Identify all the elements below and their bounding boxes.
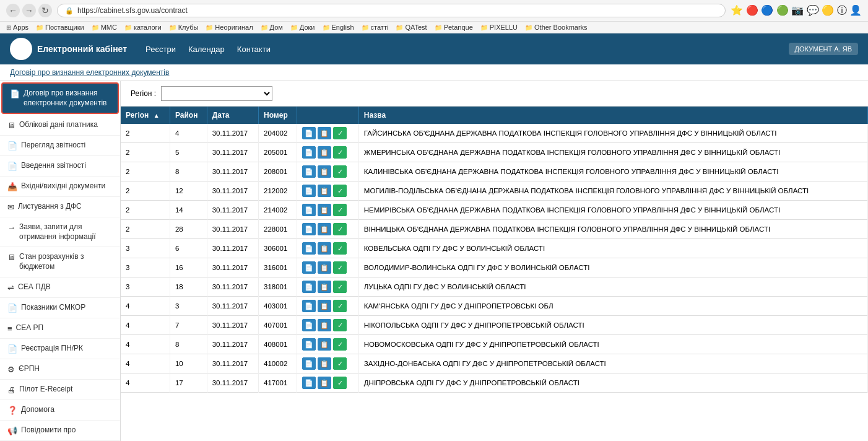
action-confirm-button[interactable]: ✓	[333, 185, 347, 197]
action-doc-button[interactable]: 📋	[318, 204, 331, 216]
action-pdf-button[interactable]: 📄	[302, 165, 316, 178]
action-pdf-button[interactable]: 📄	[302, 357, 316, 370]
app-title: Електронний кабінет	[37, 44, 127, 54]
sidebar-item-pokaznyky[interactable]: 📄 Показники СМКОР	[0, 298, 120, 318]
action-doc-button[interactable]: 📋	[318, 377, 331, 389]
action-confirm-button[interactable]: ✓	[333, 338, 347, 351]
url-bar[interactable]: 🔒 https://cabinet.sfs.gov.ua/contract	[57, 4, 726, 17]
bookmark-kluby[interactable]: 📁 Клубы	[169, 24, 199, 31]
action-pdf-button[interactable]: 📄	[302, 127, 316, 139]
cell-actions: 📄 📋 ✓	[297, 373, 358, 393]
action-doc-button[interactable]: 📋	[318, 146, 331, 159]
sidebar-item-vvedennya[interactable]: 📄 Введення звітності	[0, 156, 120, 177]
bookmark-postav[interactable]: 📁 Поставщики	[36, 24, 84, 31]
sidebar-item-dopomoga[interactable]: ❓ Допомога	[0, 400, 120, 421]
sidebar-label-dogovir: Договір про визнання електронних докумен…	[24, 89, 110, 108]
action-confirm-button[interactable]: ✓	[333, 377, 347, 389]
action-doc-button[interactable]: 📋	[318, 338, 331, 351]
nav-reestry[interactable]: Реєстри	[145, 42, 176, 56]
action-doc-button[interactable]: 📋	[318, 223, 331, 235]
bookmark-english[interactable]: 📁 English	[323, 24, 354, 31]
action-pdf-button[interactable]: 📄	[302, 281, 316, 293]
breadcrumb-link[interactable]: Договір про визнання електронних докумен…	[10, 68, 169, 77]
bookmark-other[interactable]: 📁 Other Bookmarks	[525, 24, 588, 31]
action-doc-button[interactable]: 📋	[318, 242, 331, 255]
sidebar-item-povidomyty[interactable]: 📢 Повідомити про	[0, 421, 120, 441]
col-header-rayon[interactable]: Район	[170, 107, 207, 124]
action-pdf-button[interactable]: 📄	[302, 204, 316, 216]
bookmark-statti[interactable]: 📁 статті	[362, 24, 389, 31]
nav-buttons[interactable]: ← → ↻	[6, 4, 52, 17]
action-pdf-button[interactable]: 📄	[302, 319, 316, 331]
cell-name: ЛУЦЬКА ОДПІ ГУ ДФС У ВОЛИНСЬКІЙ ОБЛАСТІ	[358, 277, 867, 297]
bookmark-mms[interactable]: 📁 ММС	[92, 24, 117, 31]
col-header-number[interactable]: Номер	[259, 107, 297, 124]
action-confirm-button[interactable]: ✓	[333, 223, 347, 235]
cell-name: ВОЛОДИМИР-ВОЛИНСЬКА ОДПІ ГУ ДФС У ВОЛИНС…	[358, 258, 867, 277]
action-pdf-button[interactable]: 📄	[302, 261, 316, 274]
sidebar-label-sea-rp: СЕА РП	[16, 323, 44, 333]
action-doc-button[interactable]: 📋	[318, 357, 331, 370]
sidebar-item-zayavy[interactable]: → Заяви, запити для отримання інформації	[0, 217, 120, 247]
sidebar-item-erpn[interactable]: ⚙ ЄРПН	[0, 359, 120, 380]
action-pdf-button[interactable]: 📄	[302, 146, 316, 159]
action-pdf-button[interactable]: 📄	[302, 242, 316, 255]
sidebar-item-stan[interactable]: 🖥 Стан розрахунків з бюджетом	[0, 247, 120, 277]
sidebar-item-pilot[interactable]: 🖨 Пілот E-Receipt	[0, 380, 120, 400]
action-confirm-button[interactable]: ✓	[333, 357, 347, 370]
action-pdf-button[interactable]: 📄	[302, 185, 316, 197]
action-pdf-button[interactable]: 📄	[302, 338, 316, 351]
bookmark-doki[interactable]: 📁 Доки	[290, 24, 315, 31]
action-pdf-button[interactable]: 📄	[302, 377, 316, 389]
reload-button[interactable]: ↻	[38, 4, 52, 17]
action-pdf-button[interactable]: 📄	[302, 300, 316, 312]
region-select[interactable]: 1 2 3 4	[161, 86, 272, 101]
col-header-date[interactable]: Дата	[207, 107, 258, 124]
cell-number: 410002	[259, 354, 297, 373]
action-doc-button[interactable]: 📋	[318, 185, 331, 197]
action-confirm-button[interactable]: ✓	[333, 146, 347, 159]
action-doc-button[interactable]: 📋	[318, 281, 331, 293]
sidebar-item-sea-rp[interactable]: ≡ СЕА РП	[0, 318, 120, 339]
action-doc-button[interactable]: 📋	[318, 319, 331, 331]
nav-contacts[interactable]: Контакти	[237, 42, 271, 56]
action-confirm-button[interactable]: ✓	[333, 281, 347, 293]
sidebar-item-reyestr[interactable]: 📄 Реєстрація ПН/РК	[0, 339, 120, 359]
action-doc-button[interactable]: 📋	[318, 127, 331, 139]
bookmark-neoriginal[interactable]: 📁 Неоригинал	[206, 24, 253, 31]
action-confirm-button[interactable]: ✓	[333, 300, 347, 312]
url-text: https://cabinet.sfs.gov.ua/contract	[77, 6, 188, 15]
bookmark-dom[interactable]: 📁 Дом	[261, 24, 283, 31]
action-confirm-button[interactable]: ✓	[333, 127, 347, 139]
cell-rayon: 4	[170, 124, 207, 143]
action-confirm-button[interactable]: ✓	[333, 165, 347, 178]
bookmark-qatest[interactable]: 📁 QATest	[396, 24, 427, 31]
bookmark-pixellu[interactable]: 📁 PIXELLU	[480, 24, 518, 31]
cell-date: 30.11.2017	[207, 220, 258, 239]
cell-number: 417001	[259, 373, 297, 393]
action-confirm-button[interactable]: ✓	[333, 204, 347, 216]
cell-number: 208001	[259, 162, 297, 181]
cell-actions: 📄 📋 ✓	[297, 239, 358, 258]
action-confirm-button[interactable]: ✓	[333, 261, 347, 274]
action-pdf-button[interactable]: 📄	[302, 223, 316, 235]
nav-calendar[interactable]: Календар	[188, 42, 225, 56]
sidebar-item-pereglyad[interactable]: 📄 Перегляд звітності	[0, 136, 120, 156]
bookmark-katalogi[interactable]: 📁 каталоги	[124, 24, 162, 31]
action-doc-button[interactable]: 📋	[318, 300, 331, 312]
back-button[interactable]: ←	[6, 4, 20, 17]
action-doc-button[interactable]: 📋	[318, 165, 331, 178]
sidebar-label-pilot: Пілот E-Receipt	[19, 385, 72, 395]
bookmark-petanque[interactable]: 📁 Petanque	[435, 24, 473, 31]
sidebar-item-oblikovi[interactable]: 🖥 Облікові дані платника	[0, 115, 120, 136]
sidebar-item-lystuvannya[interactable]: ✉ Листування з ДФС	[0, 197, 120, 217]
action-confirm-button[interactable]: ✓	[333, 319, 347, 331]
col-header-region[interactable]: Регіон ▲	[121, 107, 170, 124]
sidebar-item-sea-pdv[interactable]: ⇌ СЕА ПДВ	[0, 277, 120, 298]
forward-button[interactable]: →	[22, 4, 36, 17]
bookmark-apps[interactable]: ⊞ Apps	[6, 24, 28, 31]
sidebar-item-dogovir[interactable]: 📄 Договір про визнання електронних докум…	[1, 82, 119, 114]
sidebar-item-vkhidni[interactable]: 📥 Вхідні/вихідні документи	[0, 177, 120, 197]
action-confirm-button[interactable]: ✓	[333, 242, 347, 255]
action-doc-button[interactable]: 📋	[318, 261, 331, 274]
